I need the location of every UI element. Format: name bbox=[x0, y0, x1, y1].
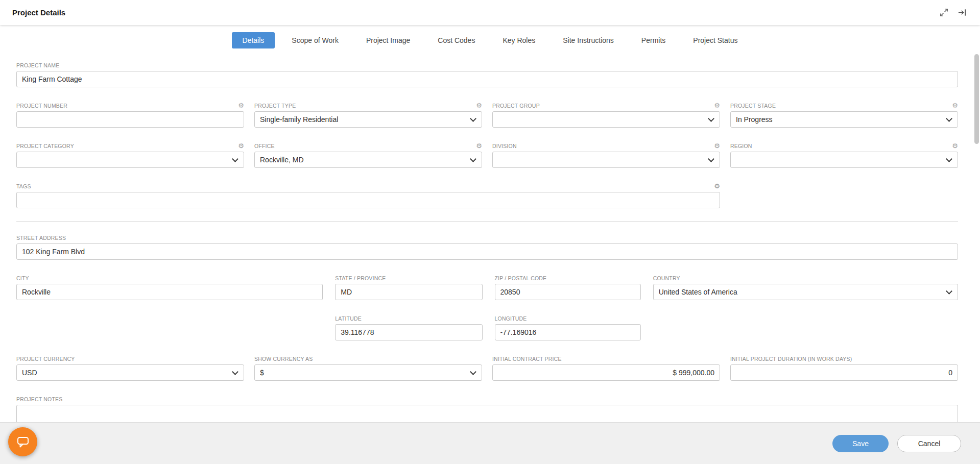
country-select[interactable]: United States of America bbox=[653, 284, 958, 300]
gear-icon[interactable]: ⚙ bbox=[714, 103, 720, 109]
gear-icon[interactable]: ⚙ bbox=[714, 183, 720, 189]
field-project-currency: PROJECT CURRENCY USD bbox=[16, 355, 244, 381]
tab-project-image[interactable]: Project Image bbox=[355, 32, 421, 48]
field-street-address: STREET ADDRESS bbox=[16, 234, 958, 260]
country-label: COUNTRY bbox=[653, 275, 680, 281]
initial-project-duration-input[interactable] bbox=[730, 364, 958, 381]
project-number-label: PROJECT NUMBER bbox=[16, 103, 67, 109]
project-stage-label: PROJECT STAGE bbox=[730, 103, 776, 109]
field-office: OFFICE ⚙ Rockville, MD bbox=[254, 142, 482, 168]
tags-label: TAGS bbox=[16, 183, 31, 189]
project-currency-select[interactable]: USD bbox=[16, 364, 244, 381]
compress-icon[interactable] bbox=[938, 7, 949, 18]
tab-site-instructions[interactable]: Site Instructions bbox=[552, 32, 625, 48]
field-project-category: PROJECT CATEGORY ⚙ bbox=[16, 142, 244, 168]
project-number-input[interactable] bbox=[16, 111, 244, 128]
project-details-window: Project Details Details Scope o bbox=[0, 0, 980, 464]
latitude-label: LATITUDE bbox=[335, 315, 362, 322]
gear-icon[interactable]: ⚙ bbox=[238, 103, 244, 109]
dock-right-icon[interactable] bbox=[957, 7, 968, 18]
field-city: CITY bbox=[16, 275, 323, 300]
project-name-label: PROJECT NAME bbox=[16, 62, 59, 68]
field-project-group: PROJECT GROUP ⚙ bbox=[492, 102, 720, 128]
field-initial-project-duration: INITIAL PROJECT DURATION (IN WORK DAYS) bbox=[730, 355, 958, 381]
region-select[interactable] bbox=[730, 152, 958, 168]
field-latitude: LATITUDE bbox=[335, 315, 482, 340]
tab-permits[interactable]: Permits bbox=[631, 32, 676, 48]
tab-bar: Details Scope of Work Project Image Cost… bbox=[0, 25, 980, 48]
field-region: REGION ⚙ bbox=[730, 142, 958, 168]
division-select[interactable] bbox=[492, 152, 720, 168]
longitude-input[interactable] bbox=[495, 324, 641, 340]
region-label: REGION bbox=[730, 143, 752, 149]
city-label: CITY bbox=[16, 275, 29, 281]
field-country: COUNTRY United States of America bbox=[653, 275, 958, 300]
tab-scope-of-work[interactable]: Scope of Work bbox=[281, 32, 349, 48]
project-type-label: PROJECT TYPE bbox=[254, 103, 296, 109]
field-tags: TAGS ⚙ bbox=[16, 183, 720, 208]
page-title: Project Details bbox=[12, 8, 65, 17]
tab-key-roles[interactable]: Key Roles bbox=[492, 32, 546, 48]
field-show-currency-as: SHOW CURRENCY AS $ bbox=[254, 355, 482, 381]
field-project-name: PROJECT NAME bbox=[16, 62, 958, 87]
gear-icon[interactable]: ⚙ bbox=[952, 143, 958, 149]
field-zip: ZIP / POSTAL CODE bbox=[495, 275, 641, 300]
office-select[interactable]: Rockville, MD bbox=[254, 152, 482, 168]
project-name-input[interactable] bbox=[16, 71, 958, 87]
field-project-number: PROJECT NUMBER ⚙ bbox=[16, 102, 244, 128]
initial-contract-price-label: INITIAL CONTRACT PRICE bbox=[492, 356, 562, 362]
project-category-label: PROJECT CATEGORY bbox=[16, 143, 74, 149]
project-stage-select[interactable]: In Progress bbox=[730, 111, 958, 128]
project-currency-label: PROJECT CURRENCY bbox=[16, 356, 75, 362]
zip-input[interactable] bbox=[495, 284, 641, 300]
project-group-select[interactable] bbox=[492, 111, 720, 128]
street-address-label: STREET ADDRESS bbox=[16, 235, 66, 241]
chat-launcher-button[interactable] bbox=[8, 427, 37, 456]
header-icons bbox=[938, 7, 968, 18]
gear-icon[interactable]: ⚙ bbox=[476, 103, 482, 109]
scrollbar-thumb[interactable] bbox=[974, 54, 979, 144]
division-label: DIVISION bbox=[492, 143, 517, 149]
footer-bar: Save Cancel bbox=[0, 422, 980, 464]
gear-icon[interactable]: ⚙ bbox=[238, 143, 244, 149]
state-input[interactable] bbox=[335, 284, 482, 300]
project-category-select[interactable] bbox=[16, 152, 244, 168]
cancel-button[interactable]: Cancel bbox=[897, 435, 961, 452]
save-button[interactable]: Save bbox=[832, 435, 889, 452]
latitude-input[interactable] bbox=[335, 324, 482, 340]
chat-bubble-icon bbox=[15, 434, 31, 450]
initial-contract-price-input[interactable] bbox=[492, 364, 720, 381]
field-division: DIVISION ⚙ bbox=[492, 142, 720, 168]
office-label: OFFICE bbox=[254, 143, 275, 149]
field-project-stage: PROJECT STAGE ⚙ In Progress bbox=[730, 102, 958, 128]
city-input[interactable] bbox=[16, 284, 323, 300]
tab-project-status[interactable]: Project Status bbox=[682, 32, 748, 48]
tab-cost-codes[interactable]: Cost Codes bbox=[427, 32, 486, 48]
show-currency-as-label: SHOW CURRENCY AS bbox=[254, 356, 313, 362]
state-label: STATE / PROVINCE bbox=[335, 275, 386, 281]
project-notes-label: PROJECT NOTES bbox=[16, 396, 63, 402]
field-state: STATE / PROVINCE bbox=[335, 275, 482, 300]
tags-input[interactable] bbox=[16, 192, 720, 208]
tab-details[interactable]: Details bbox=[232, 32, 275, 48]
gear-icon[interactable]: ⚙ bbox=[476, 143, 482, 149]
field-project-type: PROJECT TYPE ⚙ Single-family Residential bbox=[254, 102, 482, 128]
field-longitude: LONGITUDE bbox=[495, 315, 641, 340]
details-form: PROJECT NAME PROJECT NUMBER ⚙ PROJECT TY… bbox=[0, 48, 980, 444]
gear-icon[interactable]: ⚙ bbox=[714, 143, 720, 149]
longitude-label: LONGITUDE bbox=[495, 315, 527, 322]
show-currency-as-select[interactable]: $ bbox=[254, 364, 482, 381]
section-divider bbox=[16, 221, 958, 222]
street-address-input[interactable] bbox=[16, 243, 958, 260]
field-initial-contract-price: INITIAL CONTRACT PRICE bbox=[492, 355, 720, 381]
initial-project-duration-label: INITIAL PROJECT DURATION (IN WORK DAYS) bbox=[730, 356, 852, 362]
project-group-label: PROJECT GROUP bbox=[492, 103, 540, 109]
zip-label: ZIP / POSTAL CODE bbox=[495, 275, 547, 281]
gear-icon[interactable]: ⚙ bbox=[952, 103, 958, 109]
project-type-select[interactable]: Single-family Residential bbox=[254, 111, 482, 128]
titlebar: Project Details bbox=[0, 0, 980, 25]
